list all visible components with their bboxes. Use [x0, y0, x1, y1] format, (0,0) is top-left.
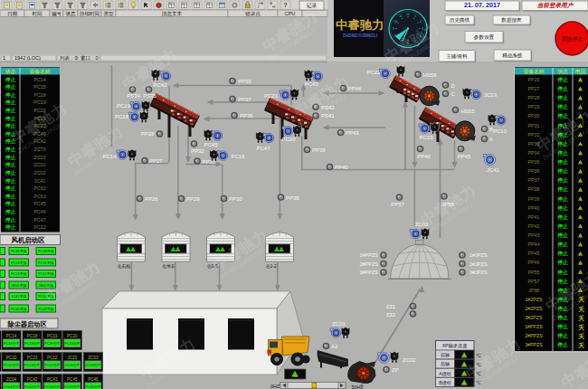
svg-text:停止: 停止	[556, 177, 568, 184]
svg-text:夭: 夭	[577, 306, 584, 313]
svg-text:类型: 类型	[103, 11, 114, 16]
svg-text:PC18启停: PC18启停	[24, 341, 40, 346]
svg-text:HS56: HS56	[423, 72, 438, 78]
svg-text:PC22: PC22	[6, 356, 17, 360]
svg-text:停止: 停止	[556, 95, 568, 101]
svg-text:PC15: PC15	[33, 84, 45, 90]
svg-text:ZC73: ZC73	[34, 147, 46, 152]
svg-text:持续时间: 持续时间	[80, 11, 100, 17]
svg-text:停止: 停止	[5, 170, 16, 176]
svg-text:Z32: Z32	[386, 312, 396, 318]
svg-text:停止: 停止	[556, 270, 568, 276]
svg-text:停止: 停止	[556, 333, 568, 339]
svg-text:PP28: PP28	[141, 131, 155, 137]
svg-text:PP34: PP34	[528, 150, 540, 156]
svg-text:PC19: PC19	[33, 100, 45, 105]
svg-text:9: 9	[393, 27, 394, 31]
svg-text:PP36: PP36	[528, 168, 540, 174]
svg-text:当前登录用户: 当前登录用户	[537, 2, 574, 9]
svg-text:停止: 停止	[556, 77, 568, 83]
svg-text:PC12启停: PC12启停	[44, 363, 60, 367]
svg-text:PC45变频: PC45变频	[11, 307, 26, 311]
svg-text:状态: 状态	[64, 11, 76, 16]
svg-text:停止: 停止	[5, 92, 16, 99]
svg-text:1#2PZS: 1#2PZS	[525, 297, 543, 302]
svg-text:消息文本: 消息文本	[162, 11, 183, 17]
svg-text:停止: 停止	[5, 116, 16, 122]
svg-text:停止: 停止	[5, 209, 16, 215]
svg-text:停止: 停止	[5, 108, 16, 114]
svg-text:编号: 编号	[52, 11, 62, 16]
svg-text:停止: 停止	[556, 86, 568, 92]
svg-text:1: 1	[274, 5, 276, 9]
svg-text:停止: 停止	[5, 123, 16, 129]
svg-text:PP26: PP26	[528, 77, 540, 82]
svg-text:CPU: CPU	[285, 11, 296, 16]
svg-text:PP40: PP40	[335, 165, 348, 170]
svg-text:Z31: Z31	[386, 304, 396, 309]
svg-text:停止: 停止	[556, 232, 568, 239]
svg-text:PP46: PP46	[528, 260, 540, 265]
svg-text:PC23: PC23	[27, 356, 38, 360]
svg-text:ZC01: ZC01	[332, 321, 346, 327]
svg-text:11: 11	[399, 14, 403, 18]
svg-text:PC43: PC43	[305, 81, 319, 87]
svg-text:PP41: PP41	[528, 214, 540, 220]
svg-text:PC20: PC20	[67, 334, 78, 338]
svg-text:A2: A2	[331, 344, 338, 349]
svg-text:HS55: HS55	[461, 109, 476, 114]
svg-text:停止: 停止	[5, 84, 16, 90]
svg-text:精品系统: 精品系统	[502, 52, 523, 59]
svg-text:50HZ: 50HZ	[352, 384, 365, 389]
svg-text:?: ?	[284, 2, 288, 8]
svg-text:记录: 记录	[307, 2, 318, 8]
svg-text:停止: 停止	[5, 178, 16, 185]
svg-text:PP30: PP30	[229, 196, 242, 202]
svg-text:夭: 夭	[577, 333, 584, 340]
svg-text:PP32: PP32	[528, 132, 540, 138]
svg-text:ZC01: ZC01	[34, 162, 46, 167]
svg-text:PP29: PP29	[528, 104, 540, 109]
svg-text:ZC02: ZC02	[34, 170, 46, 176]
svg-text:PP38: PP38	[286, 195, 299, 201]
svg-text:PC18: PC18	[115, 114, 129, 119]
svg-text:PC45: PC45	[33, 201, 45, 206]
svg-text:PP29: PP29	[186, 196, 200, 202]
svg-text:PP55: PP55	[528, 270, 540, 275]
svg-text:B绕组: B绕组	[439, 380, 450, 385]
svg-text:PC62: PC62	[33, 185, 45, 191]
svg-text:PC22启停: PC22启停	[4, 363, 19, 367]
svg-text:A绕组: A绕组	[439, 371, 450, 376]
svg-text:PC18: PC18	[27, 334, 38, 338]
svg-text:PC46启停: PC46启停	[85, 384, 100, 389]
svg-text:数据报表: 数据报表	[501, 17, 522, 24]
svg-text:A: A	[489, 137, 493, 142]
svg-text:PS35: PS35	[143, 93, 156, 99]
svg-text:夭: 夭	[577, 342, 584, 349]
svg-text:2#PPZS: 2#PPZS	[360, 261, 379, 267]
svg-text:历史曲线: 历史曲线	[450, 17, 470, 24]
svg-text:21. 07. 2017: 21. 07. 2017	[464, 1, 500, 9]
svg-text:PC47: PC47	[256, 146, 270, 151]
svg-text:状态: 状态	[5, 69, 16, 74]
svg-text:JC23: JC23	[484, 92, 498, 98]
svg-text:停止: 停止	[5, 77, 16, 83]
svg-text:PC18变频: PC18变频	[38, 249, 53, 253]
svg-text:停止: 停止	[556, 196, 568, 203]
svg-text:停止: 停止	[556, 279, 568, 285]
svg-text:PP44: PP44	[528, 242, 540, 247]
svg-text:PC45: PC45	[67, 377, 78, 382]
svg-text:PC19: PC19	[47, 334, 58, 338]
svg-text:Z: Z	[258, 5, 260, 9]
svg-text:ZC02: ZC02	[403, 357, 416, 363]
svg-text:PP31: PP31	[203, 159, 216, 165]
svg-text:PC23变频: PC23变频	[11, 271, 26, 276]
svg-text:JC41: JC41	[487, 167, 500, 173]
svg-text:PC45: PC45	[204, 142, 218, 147]
svg-text:停止: 停止	[5, 224, 16, 231]
svg-text:停止: 停止	[5, 217, 16, 223]
svg-text:设备名称: 设备名称	[523, 68, 544, 75]
svg-text:列表：0: 列表：0	[60, 55, 78, 61]
svg-text:PP57: PP57	[391, 202, 404, 207]
svg-text:PC45启停: PC45启停	[64, 384, 80, 389]
